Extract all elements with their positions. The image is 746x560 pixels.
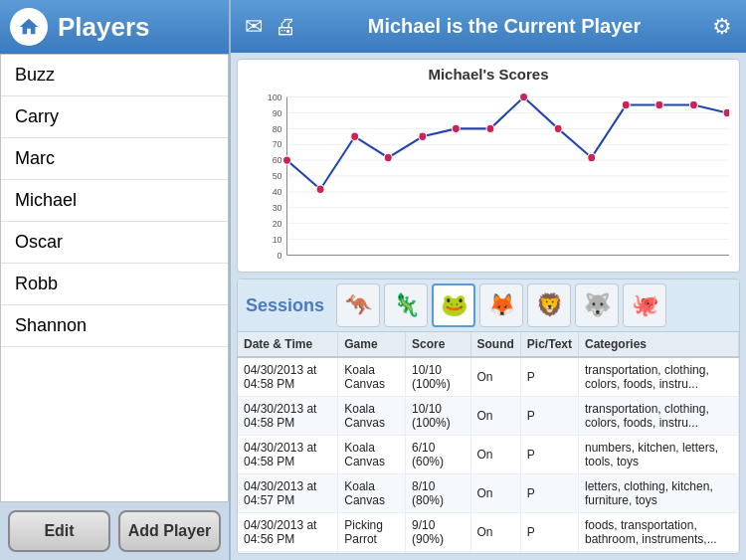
- animal-icon-octopus[interactable]: 🐙: [623, 283, 666, 327]
- cell-4-2: 9/10 (90%): [406, 513, 471, 552]
- cell-1-0: 04/30/2013 at 04:58 PM: [238, 397, 338, 436]
- cell-4-5: foods, transportation, bathroom, instrum…: [578, 513, 738, 552]
- cell-3-4: P: [520, 474, 578, 513]
- cell-5-3: On: [470, 552, 520, 554]
- svg-text:70: 70: [273, 139, 282, 149]
- print-icon[interactable]: 🖨: [275, 14, 296, 40]
- table-row[interactable]: 04/30/2013 at 04:58 PMKoala Canvas10/10 …: [238, 357, 739, 397]
- animal-icon-wolf[interactable]: 🐺: [575, 283, 619, 327]
- svg-point-33: [622, 100, 630, 108]
- left-panel: Players BuzzCarryMarcMichaelOscarRobbSha…: [0, 0, 231, 560]
- player-item-robb[interactable]: Robb: [1, 264, 228, 305]
- svg-point-28: [452, 124, 460, 132]
- svg-text:40: 40: [273, 187, 282, 197]
- sessions-table: Date & Time Game Score Sound Pic/Text Ca…: [238, 332, 739, 553]
- home-icon[interactable]: [10, 8, 48, 46]
- player-item-shannon[interactable]: Shannon: [1, 305, 228, 347]
- gear-icon[interactable]: ⚙: [712, 14, 732, 40]
- cell-1-1: Koala Canvas: [338, 397, 406, 436]
- player-item-carry[interactable]: Carry: [1, 96, 228, 138]
- cell-2-1: Koala Canvas: [338, 436, 406, 474]
- svg-point-29: [486, 124, 494, 132]
- table-row[interactable]: 04/30/2013 at 04:58 PMKoala Canvas10/10 …: [238, 397, 739, 436]
- cell-1-4: P: [520, 397, 578, 436]
- svg-text:4/30/13: 4/30/13: [512, 265, 535, 266]
- table-row[interactable]: 04/30/2013 at 04:58 PMKoala Canvas6/10 (…: [238, 436, 739, 474]
- col-header-sound: Sound: [470, 332, 520, 357]
- players-title: Players: [58, 12, 150, 43]
- cell-5-4: P: [520, 552, 578, 554]
- envelope-icon[interactable]: ✉: [245, 14, 263, 40]
- svg-text:4/30/13: 4/30/13: [478, 265, 501, 266]
- svg-text:80: 80: [273, 123, 282, 133]
- svg-text:4/30/13: 4/30/13: [377, 265, 400, 266]
- cell-0-0: 04/30/2013 at 04:58 PM: [238, 357, 338, 397]
- table-header-row: Date & Time Game Score Sound Pic/Text Ca…: [238, 332, 739, 357]
- cell-0-2: 10/10 (100%): [406, 357, 471, 397]
- svg-point-27: [419, 132, 427, 140]
- current-player-text: Michael is the Current Player: [308, 15, 700, 38]
- svg-point-35: [689, 100, 697, 108]
- player-item-michael[interactable]: Michael: [1, 180, 228, 222]
- cell-3-5: letters, clothing, kitchen, furniture, t…: [578, 474, 738, 513]
- cell-3-3: On: [470, 474, 520, 513]
- players-list: BuzzCarryMarcMichaelOscarRobbShannon: [0, 54, 229, 502]
- sessions-tbody: 04/30/2013 at 04:58 PMKoala Canvas10/10 …: [238, 357, 739, 553]
- chart-svg: 100 90 80 70 60 50 40 30 20 10 0: [248, 87, 729, 266]
- col-header-datetime: Date & Time: [238, 332, 338, 357]
- svg-text:4/30/13: 4/30/13: [580, 265, 603, 266]
- cell-3-0: 04/30/2013 at 04:57 PM: [238, 474, 338, 513]
- player-item-oscar[interactable]: Oscar: [1, 222, 228, 264]
- animal-icon-lion[interactable]: 🦁: [527, 283, 571, 327]
- svg-text:4/30/13: 4/30/13: [445, 265, 467, 266]
- cell-4-0: 04/30/2013 at 04:56 PM: [238, 513, 338, 552]
- sessions-label: Sessions: [246, 295, 324, 316]
- svg-text:4/30/13: 4/30/13: [682, 265, 705, 266]
- add-player-button[interactable]: Add Player: [118, 510, 221, 552]
- svg-text:4/30/13: 4/30/13: [615, 265, 638, 266]
- svg-text:4/30/13: 4/30/13: [547, 265, 570, 266]
- col-header-pictext: Pic/Text: [520, 332, 578, 357]
- table-row[interactable]: 04/30/2013 at 04:55 PMPicking Parrot10/1…: [238, 552, 739, 554]
- svg-text:4/30/13: 4/30/13: [343, 265, 366, 266]
- animal-icon-lizard[interactable]: 🦎: [384, 283, 428, 327]
- svg-point-23: [283, 156, 291, 164]
- left-header: Players: [0, 0, 229, 54]
- animal-icon-frog[interactable]: 🐸: [432, 283, 475, 327]
- cell-2-0: 04/30/2013 at 04:58 PM: [238, 436, 338, 474]
- cell-4-1: Picking Parrot: [338, 513, 406, 552]
- cell-5-1: Picking Parrot: [338, 552, 406, 554]
- svg-text:4/30/13: 4/30/13: [716, 265, 729, 266]
- cell-2-5: numbers, kitchen, letters, tools, toys: [578, 436, 738, 474]
- svg-point-31: [554, 124, 562, 132]
- cell-0-3: On: [470, 357, 520, 397]
- player-item-marc[interactable]: Marc: [1, 138, 228, 180]
- svg-text:50: 50: [273, 171, 282, 181]
- svg-text:10: 10: [273, 234, 282, 244]
- svg-text:4/30/13: 4/30/13: [648, 265, 670, 266]
- col-header-score: Score: [406, 332, 471, 357]
- svg-point-24: [316, 185, 324, 193]
- svg-text:20: 20: [273, 219, 282, 229]
- svg-point-25: [351, 132, 359, 140]
- table-row[interactable]: 04/30/2013 at 04:56 PMPicking Parrot9/10…: [238, 513, 739, 552]
- cell-5-5: tools, animals, colors, bathroom, letter…: [578, 552, 738, 554]
- chart-area: Michael's Scores: [237, 59, 740, 273]
- edit-button[interactable]: Edit: [8, 510, 110, 552]
- sessions-table-wrap[interactable]: Date & Time Game Score Sound Pic/Text Ca…: [238, 332, 739, 553]
- svg-text:4/30/13: 4/30/13: [309, 265, 332, 266]
- cell-1-2: 10/10 (100%): [406, 397, 471, 436]
- table-row[interactable]: 04/30/2013 at 04:57 PMKoala Canvas8/10 (…: [238, 474, 739, 513]
- animal-icon-fox[interactable]: 🦊: [479, 283, 523, 327]
- sessions-area: Sessions 🦘 🦎 🐸 🦊 🦁 🐺 🐙 Date & Time Game …: [237, 279, 740, 554]
- cell-5-0: 04/30/2013 at 04:55 PM: [238, 552, 338, 554]
- left-footer: Edit Add Player: [0, 502, 229, 560]
- right-panel: ✉ 🖨 Michael is the Current Player ⚙ Mich…: [231, 0, 746, 560]
- chart-container: 100 90 80 70 60 50 40 30 20 10 0: [248, 87, 729, 266]
- svg-text:4/30/13: 4/30/13: [411, 265, 434, 266]
- player-item-buzz[interactable]: Buzz: [1, 55, 228, 96]
- cell-3-2: 8/10 (80%): [406, 474, 471, 513]
- svg-text:0: 0: [278, 250, 282, 260]
- animal-icon-kangaroo[interactable]: 🦘: [336, 283, 380, 327]
- svg-point-30: [520, 93, 528, 100]
